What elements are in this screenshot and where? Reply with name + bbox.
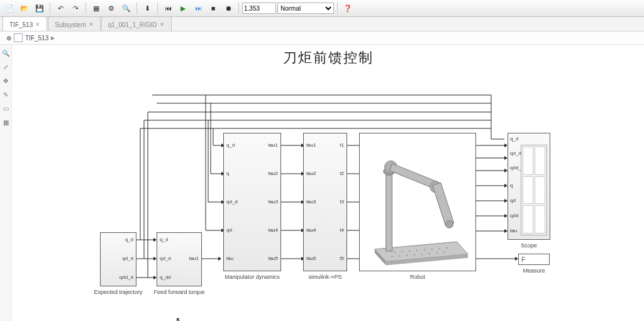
model-icon <box>14 33 23 42</box>
port-label: qdd_d <box>119 274 133 280</box>
svg-rect-85 <box>433 183 454 225</box>
breadcrumb-model[interactable]: TIF_513 <box>25 35 48 42</box>
port-label: tau5 <box>306 256 316 261</box>
port-label: q_d <box>226 142 235 148</box>
model-explorer-icon[interactable]: 🔍 <box>119 1 133 15</box>
port-label: tau5 <box>268 256 278 261</box>
close-icon[interactable]: ✕ <box>160 21 165 28</box>
step-back-icon[interactable]: ⏮ <box>161 1 175 15</box>
library-browser-icon[interactable]: ▦ <box>89 1 103 15</box>
tab-tif513[interactable]: TIF_513✕ <box>3 16 47 31</box>
diagram-title: 刀炬前馈控制 <box>283 48 374 67</box>
block-manipulator-dynamics[interactable]: q_d q qd_d qd tau tau1 tau2 tau3 tau4 ta… <box>223 133 281 271</box>
simulation-mode-select[interactable]: Normal <box>277 3 334 14</box>
zoom-icon[interactable]: 🔍 <box>1 48 10 57</box>
tab-label: TIF_513 <box>9 21 33 28</box>
toolbar-separator <box>238 3 239 14</box>
svg-point-75 <box>414 254 415 256</box>
model-config-icon[interactable]: ⚙ <box>104 1 118 15</box>
port-label: tau3 <box>268 199 278 205</box>
svg-point-79 <box>443 252 445 253</box>
tab-subsystem[interactable]: Subsystem✕ <box>48 16 100 31</box>
svg-point-70 <box>438 248 440 249</box>
port-label: qd_d <box>510 150 521 156</box>
redo-icon[interactable]: ↷ <box>69 1 82 15</box>
measure-value-label: F <box>521 256 525 263</box>
block-measure[interactable]: F <box>518 254 550 265</box>
close-icon[interactable]: ✕ <box>89 21 94 28</box>
port-label: qd_d <box>160 256 171 261</box>
stop-icon[interactable]: ■ <box>206 1 220 15</box>
svg-point-66 <box>409 251 410 252</box>
model-canvas[interactable]: 刀炬前馈控制 <box>12 45 644 321</box>
port-label: q_d <box>125 237 133 242</box>
stop-time-input[interactable] <box>242 3 276 14</box>
port-label: tau3 <box>306 199 316 205</box>
block-expected-trajectory[interactable]: q_d qd_d qdd_d <box>100 232 136 286</box>
svg-point-68 <box>424 249 425 251</box>
port-label: q_d <box>510 136 518 142</box>
run-icon[interactable]: ▶ <box>176 1 190 15</box>
port-label: tau1 <box>306 142 316 148</box>
undo-icon[interactable]: ↶ <box>53 1 67 15</box>
toolbar-separator <box>136 3 137 14</box>
area-icon[interactable]: ▭ <box>1 104 10 113</box>
breadcrumb: ⊕ TIF_513 ▶ <box>0 31 644 45</box>
build-icon[interactable]: ⬇ <box>140 1 154 15</box>
open-folder-icon[interactable]: 📂 <box>18 1 31 15</box>
main-toolbar: 📄 📂 💾 ↶ ↷ ▦ ⚙ 🔍 ⬇ ⏮ ▶ ⏭ ■ ⏺ Normal ❓ <box>0 0 644 17</box>
pan-icon[interactable]: ✥ <box>1 76 10 85</box>
tab-label: q1_001_1_RIGID <box>108 21 157 28</box>
port-label: q_dd <box>160 274 171 280</box>
block-caption: Scope <box>521 242 537 249</box>
port-label: tau2 <box>268 171 278 176</box>
save-icon[interactable]: 💾 <box>33 1 47 15</box>
block-scope[interactable]: q_d qd_d qdd_d q qd qdd tau <box>508 133 550 240</box>
block-robot[interactable] <box>359 133 476 271</box>
port-label: q <box>226 171 229 176</box>
port-label: qd_d <box>122 256 133 261</box>
fit-icon[interactable]: ⤢ <box>1 62 10 71</box>
svg-marker-63 <box>386 254 468 266</box>
port-label: qdd <box>510 213 518 218</box>
block-caption: Manipulator dynamics <box>225 274 280 280</box>
close-icon[interactable]: ✕ <box>35 21 40 28</box>
tab-rigid[interactable]: q1_001_1_RIGID✕ <box>101 16 172 31</box>
step-forward-icon[interactable]: ⏭ <box>191 1 205 15</box>
new-file-icon[interactable]: 📄 <box>3 1 16 15</box>
svg-point-65 <box>401 251 402 252</box>
svg-point-67 <box>416 250 418 251</box>
toolbar-separator <box>50 3 50 14</box>
svg-point-76 <box>421 254 423 255</box>
toolbar-separator <box>86 3 86 14</box>
record-icon[interactable]: ⏺ <box>221 1 235 15</box>
tab-label: Subsystem <box>55 21 86 28</box>
block-feed-forward-torque[interactable]: q_d qd_d q_dd tau1 <box>157 232 202 286</box>
port-label: tau <box>226 256 233 261</box>
help-icon[interactable]: ❓ <box>341 1 355 15</box>
svg-point-78 <box>436 252 437 254</box>
port-label: tau1 <box>268 142 278 148</box>
port-label: t2 <box>340 171 344 176</box>
model-hierarchy-icon[interactable]: ⊕ <box>4 33 14 43</box>
port-label: tau4 <box>268 227 278 233</box>
svg-point-74 <box>406 255 408 256</box>
svg-point-82 <box>385 161 397 174</box>
port-label: tau4 <box>306 227 316 233</box>
main-area: 🔍 ⤢ ✥ ✎ ▭ ▦ 刀炬前馈控制 <box>0 45 644 321</box>
port-label: t5 <box>340 256 344 261</box>
block-simulink-ps[interactable]: tau1 tau2 tau3 tau4 tau5 t1 t2 t3 t4 t5 <box>303 133 347 271</box>
port-label: tau2 <box>306 171 316 176</box>
svg-rect-83 <box>389 164 438 189</box>
svg-point-84 <box>430 181 441 193</box>
annotate-icon[interactable]: ✎ <box>1 90 10 99</box>
palette-bar: 🔍 ⤢ ✥ ✎ ▭ ▦ <box>0 45 12 321</box>
robot-arm-icon <box>364 137 472 267</box>
svg-point-71 <box>446 247 447 249</box>
block-caption: Feed forward torque <box>153 289 204 295</box>
block-caption: simulink->PS <box>309 274 342 280</box>
svg-point-69 <box>431 249 433 250</box>
image-icon[interactable]: ▦ <box>1 118 10 127</box>
block-caption: Expected trajectory <box>94 289 142 295</box>
port-label: tau1 <box>189 256 199 261</box>
